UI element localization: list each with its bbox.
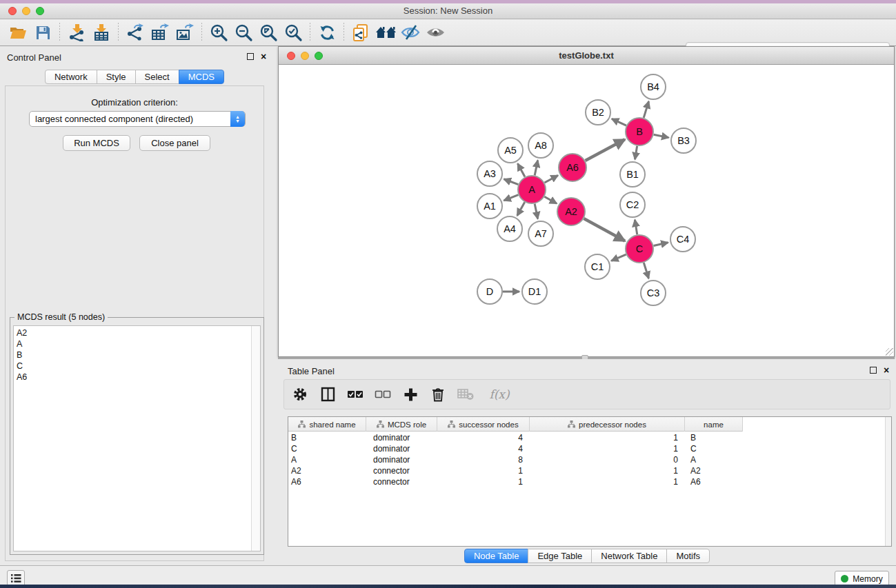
network-from-selection-button[interactable] [349,22,372,43]
tab-network[interactable]: Network [45,70,97,84]
graph-node-B[interactable]: B [626,118,653,145]
table-cell[interactable]: dominator [366,454,437,465]
tab-motifs[interactable]: Motifs [666,549,710,563]
table-row[interactable]: Adominator80A [288,454,884,465]
column-header-shared-name[interactable]: shared name [288,417,366,432]
tab-select[interactable]: Select [135,70,179,84]
table-cell[interactable]: 1 [437,476,530,487]
zoom-out-button[interactable] [232,22,255,43]
zoom-in-button[interactable] [207,22,230,43]
table-row[interactable]: A6connector11A6 [288,476,884,487]
table-cell[interactable]: dominator [366,432,437,443]
delete-column-button[interactable] [429,385,447,403]
table-cell[interactable]: A [685,454,743,465]
optimization-criterion-select[interactable]: largest connected component (directed) ▲… [29,111,246,127]
table-row[interactable]: Cdominator41C [288,443,884,454]
export-image-button[interactable] [173,22,197,43]
graph-node-A[interactable]: A [518,176,546,203]
graph-edge-A-A2[interactable] [544,196,557,203]
table-cell[interactable]: 1 [530,476,685,487]
table-cell[interactable]: B [685,432,743,443]
zoom-fit-button[interactable] [257,22,280,43]
tab-edge-table[interactable]: Edge Table [528,549,592,563]
mcds-result-item[interactable]: A6 [17,372,249,383]
graph-node-A5[interactable]: A5 [498,138,523,163]
select-all-button[interactable] [346,385,364,403]
graph-node-B3[interactable]: B3 [671,128,696,153]
table-cell[interactable]: A2 [685,465,743,476]
graph-node-D1[interactable]: D1 [522,279,547,304]
mcds-list-scrollbar[interactable] [251,326,260,551]
tab-mcds[interactable]: MCDS [179,70,224,84]
close-panel-icon[interactable]: × [261,53,266,60]
close-table-panel-icon[interactable]: × [884,367,889,374]
graph-edge-C-C3[interactable] [644,263,648,278]
window-resize-grip[interactable] [886,348,893,356]
column-header-mcds-role[interactable]: MCDS role [366,417,437,432]
graph-node-B4[interactable]: B4 [641,74,666,99]
refresh-layout-button[interactable] [315,22,339,43]
table-cell[interactable]: A [288,454,366,465]
table-settings-button[interactable] [291,385,309,403]
graph-edge-C-C4[interactable] [653,243,668,246]
mcds-result-item[interactable]: A2 [17,327,249,338]
table-row[interactable]: Bdominator41B [288,432,884,443]
network-window-titlebar[interactable]: testGlobe.txt [279,47,894,65]
graph-edge-B-B4[interactable] [644,101,648,118]
graph-node-D[interactable]: D [477,279,502,304]
graph-edge-C-C1[interactable] [611,254,626,261]
table-cell[interactable]: 4 [437,443,530,454]
save-session-button[interactable] [31,22,54,43]
graph-edge-A2-C[interactable] [584,219,624,241]
graph-edge-A-A3[interactable] [504,179,519,185]
graph-node-C4[interactable]: C4 [670,227,695,252]
graph-node-A4[interactable]: A4 [497,216,522,241]
table-cell[interactable]: 0 [530,454,685,465]
graph-edge-B-B3[interactable] [654,134,669,137]
table-cell[interactable]: 1 [437,465,530,476]
export-table-button[interactable] [148,22,172,43]
table-cell[interactable]: A6 [685,476,743,487]
home-button[interactable] [374,22,397,43]
export-network-button[interactable] [123,22,147,43]
graph-edge-B-B2[interactable] [612,119,626,125]
zoom-selected-button[interactable] [281,22,305,43]
table-cell[interactable]: 1 [530,443,685,454]
graph-edge-A-A8[interactable] [535,161,537,176]
graph-node-B2[interactable]: B2 [586,100,610,125]
tab-network-table[interactable]: Network Table [591,549,667,563]
table-cell[interactable]: 1 [530,465,685,476]
table-cell[interactable]: connector [366,465,437,476]
tab-node-table[interactable]: Node Table [464,549,529,563]
deselect-all-button[interactable] [374,385,392,403]
mcds-result-item[interactable]: C [17,361,249,372]
table-cell[interactable]: C [288,443,366,454]
column-header-successor-nodes[interactable]: successor nodes [437,417,530,432]
table-cell[interactable]: A6 [288,476,366,487]
close-panel-button[interactable]: Close panel [139,135,210,151]
run-mcds-button[interactable]: Run MCDS [63,135,130,151]
graph-node-B1[interactable]: B1 [620,162,645,187]
table-scrollbar[interactable] [885,417,891,546]
add-column-button[interactable] [401,385,419,403]
graph-edge-A6-B[interactable] [586,139,625,161]
graph-node-C1[interactable]: C1 [585,254,610,279]
table-cell[interactable]: 8 [437,454,530,465]
graph-node-A7[interactable]: A7 [528,221,553,246]
hide-selected-button[interactable] [399,22,422,43]
table-cell[interactable]: 1 [530,432,685,443]
mcds-result-item[interactable]: B [17,349,249,361]
table-cell[interactable]: C [685,443,743,454]
graph-node-C2[interactable]: C2 [620,192,645,217]
graph-edge-A-A5[interactable] [518,163,525,176]
show-columns-button[interactable] [319,385,337,403]
graph-node-A1[interactable]: A1 [477,194,502,219]
graph-node-A6[interactable]: A6 [559,154,586,181]
import-table-button[interactable] [90,22,113,43]
tab-style[interactable]: Style [97,70,136,84]
graph-node-C[interactable]: C [626,235,653,263]
graph-edge-A-A1[interactable] [504,195,518,201]
mcds-result-item[interactable]: A [17,338,249,349]
float-panel-icon[interactable] [247,53,254,60]
float-table-panel-icon[interactable] [870,367,877,374]
